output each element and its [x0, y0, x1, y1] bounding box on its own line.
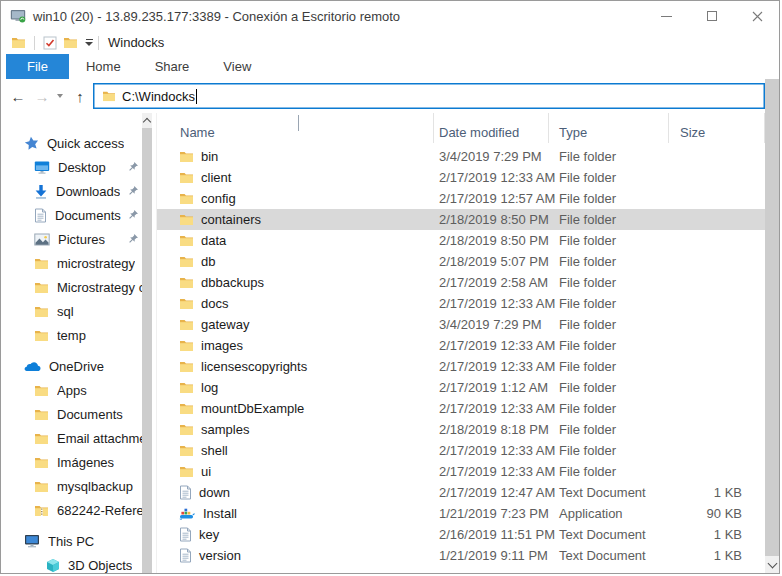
file-name-cell: config: [157, 191, 434, 206]
quick-access-icon: [24, 136, 39, 150]
recent-locations-dropdown[interactable]: [53, 83, 67, 109]
file-row-licensescopyrights[interactable]: licensescopyrights2/17/2019 12:33 AMFile…: [157, 356, 765, 377]
explorer-system-menu[interactable]: [8, 33, 29, 53]
file-row-mountdbexample[interactable]: mountDbExample2/17/2019 12:33 AMFile fol…: [157, 398, 765, 419]
pictures-icon: [34, 233, 50, 246]
maximize-button[interactable]: [689, 1, 734, 31]
sidebar-item-im-genes[interactable]: Imágenes: [1, 450, 142, 474]
sidebar-item-mysqlbackup[interactable]: mysqlbackup: [1, 474, 142, 498]
file-name-cell: images: [157, 338, 434, 353]
sidebar-scrollbar-thumb[interactable]: [142, 128, 152, 573]
file-row-client[interactable]: client2/17/2019 12:33 AMFile folder: [157, 167, 765, 188]
file-row-images[interactable]: images2/17/2019 12:33 AMFile folder: [157, 335, 765, 356]
folder-icon: [179, 318, 194, 331]
folder-icon: [34, 257, 49, 270]
file-row-data[interactable]: data2/18/2019 8:50 PMFile folder: [157, 230, 765, 251]
file-row-shell[interactable]: shell2/17/2019 12:33 AMFile folder: [157, 440, 765, 461]
file-row-install[interactable]: Install1/21/2019 7:23 PMApplication90 KB: [157, 503, 765, 524]
column-header-date-modified[interactable]: Date modified: [434, 113, 549, 143]
forward-button[interactable]: →: [31, 83, 53, 109]
file-row-bin[interactable]: bin3/4/2019 7:29 PMFile folder: [157, 146, 765, 167]
sidebar-item-documents[interactable]: Documents: [1, 203, 142, 227]
file-name: dbbackups: [201, 275, 264, 290]
sidebar-item-downloads[interactable]: Downloads: [1, 179, 142, 203]
file-date-modified: 2/17/2019 12:33 AM: [434, 443, 549, 458]
file-row-db[interactable]: db2/18/2019 5:07 PMFile folder: [157, 251, 765, 272]
sidebar-item-pictures[interactable]: Pictures: [1, 227, 142, 251]
file-type: File folder: [549, 464, 669, 479]
scroll-up-button[interactable]: [142, 113, 152, 128]
tab-home[interactable]: Home: [69, 54, 138, 79]
sidebar-item-microstrategy-co[interactable]: Microstrategy co: [1, 275, 142, 299]
column-header-name[interactable]: Name: [157, 113, 434, 143]
sidebar-item-temp[interactable]: temp: [1, 323, 142, 347]
file-name-cell: key: [157, 527, 434, 542]
sidebar-item-3d-objects[interactable]: 3D Objects: [1, 553, 142, 573]
remote-desktop-window: win10 (20) - 13.89.235.177:3389 - Conexi…: [0, 0, 780, 574]
folder-icon: [63, 36, 78, 49]
sidebar-item-sql[interactable]: sql: [1, 299, 142, 323]
file-type: Text Document: [549, 485, 669, 500]
file-name: licensescopyrights: [201, 359, 307, 374]
sidebar-item-label: Pictures: [58, 232, 105, 247]
sidebar-item-onedrive[interactable]: OneDrive: [1, 354, 142, 378]
file-date-modified: 2/17/2019 12:33 AM: [434, 338, 549, 353]
file-row-config[interactable]: config2/17/2019 12:57 AMFile folder: [157, 188, 765, 209]
address-bar[interactable]: C:\Windocks: [93, 83, 765, 109]
file-name-cell: containers: [157, 212, 434, 227]
file-row-docs[interactable]: docs2/17/2019 12:33 AMFile folder: [157, 293, 765, 314]
file-type: Text Document: [549, 527, 669, 542]
tab-share[interactable]: Share: [138, 54, 207, 79]
sidebar-item-documents[interactable]: Documents: [1, 402, 142, 426]
file-date-modified: 2/17/2019 12:57 AM: [434, 191, 549, 206]
file-name-cell: client: [157, 170, 434, 185]
pin-icon: [128, 233, 139, 244]
qat-properties-button[interactable]: [40, 33, 60, 53]
file-type: File folder: [549, 275, 669, 290]
vertical-scrollbar[interactable]: [765, 79, 779, 573]
sidebar-item-email-attachmen[interactable]: Email attachmen: [1, 426, 142, 450]
scroll-down-button[interactable]: [765, 556, 779, 573]
pin-icon: [128, 185, 139, 196]
up-button[interactable]: ↑: [67, 83, 93, 109]
pin-icon: [128, 161, 139, 172]
file-date-modified: 2/17/2019 12:33 AM: [434, 296, 549, 311]
folder-icon: [179, 255, 194, 268]
file-row-down[interactable]: down2/17/2019 12:47 AMText Document1 KB: [157, 482, 765, 503]
sidebar-item-682242-referenc[interactable]: 682242-Referenc: [1, 498, 142, 522]
close-button[interactable]: [734, 1, 779, 31]
file-row-key[interactable]: key2/16/2019 11:51 PMText Document1 KB: [157, 524, 765, 545]
file-row-log[interactable]: log2/17/2019 1:12 AMFile folder: [157, 377, 765, 398]
tab-view[interactable]: View: [206, 54, 268, 79]
file-name-cell: log: [157, 380, 434, 395]
file-row-samples[interactable]: samples2/18/2019 8:18 PMFile folder: [157, 419, 765, 440]
file-size: 1 KB: [669, 527, 765, 542]
window-controls: [644, 1, 779, 31]
downloads-icon: [34, 184, 48, 199]
tab-file[interactable]: File: [6, 54, 69, 79]
file-row-dbbackups[interactable]: dbbackups2/17/2019 2:58 AMFile folder: [157, 272, 765, 293]
file-size: 90 KB: [669, 506, 765, 521]
sidebar-scrollbar[interactable]: [142, 113, 152, 573]
sidebar-item-desktop[interactable]: Desktop: [1, 155, 142, 179]
column-header-type[interactable]: Type: [549, 113, 669, 143]
sidebar-item-quick-access[interactable]: Quick access: [1, 131, 142, 155]
minimize-button[interactable]: [644, 1, 689, 31]
file-row-gateway[interactable]: gateway3/4/2019 7:29 PMFile folder: [157, 314, 765, 335]
file-row-ui[interactable]: ui2/17/2019 12:33 AMFile folder: [157, 461, 765, 482]
qat-customize-button[interactable]: [85, 39, 93, 46]
file-date-modified: 2/17/2019 1:12 AM: [434, 380, 549, 395]
sidebar-item-microstrategy[interactable]: microstrategy: [1, 251, 142, 275]
sidebar-item-apps[interactable]: Apps: [1, 378, 142, 402]
back-button[interactable]: ←: [5, 83, 31, 109]
qat-new-folder-button[interactable]: [60, 33, 81, 53]
file-name-cell: ui: [157, 464, 434, 479]
sidebar-item-label: sql: [57, 304, 74, 319]
column-header-size[interactable]: Size: [669, 113, 765, 143]
file-date-modified: 2/17/2019 12:33 AM: [434, 170, 549, 185]
file-name: gateway: [201, 317, 249, 332]
sidebar-item-this-pc[interactable]: This PC: [1, 529, 142, 553]
file-row-version[interactable]: version1/21/2019 9:11 PMText Document1 K…: [157, 545, 765, 566]
sidebar-item-label: This PC: [48, 534, 94, 549]
file-row-containers[interactable]: containers2/18/2019 8:50 PMFile folder: [157, 209, 765, 230]
